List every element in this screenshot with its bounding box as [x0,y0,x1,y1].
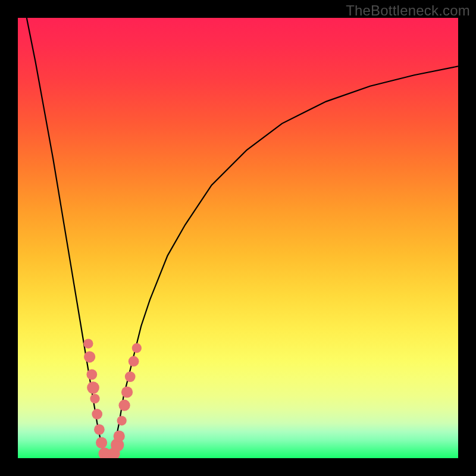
chart-svg [18,18,458,458]
data-marker [129,356,139,367]
data-marker [114,430,125,441]
data-marker [132,343,142,353]
data-marker [118,400,130,411]
data-marker [121,386,133,397]
chart-frame: TheBottleneck.com [0,0,476,476]
data-marker [94,424,105,435]
data-marker [96,437,107,448]
data-marker [92,409,102,419]
data-marker [90,394,99,403]
chart-plot-area [18,18,458,458]
data-markers [83,339,142,458]
data-marker [87,381,99,394]
data-marker [117,416,127,425]
data-marker [125,371,136,382]
data-marker [84,351,95,362]
data-marker [86,369,97,380]
watermark-text: TheBottleneck.com [346,2,470,19]
data-marker [83,339,93,348]
